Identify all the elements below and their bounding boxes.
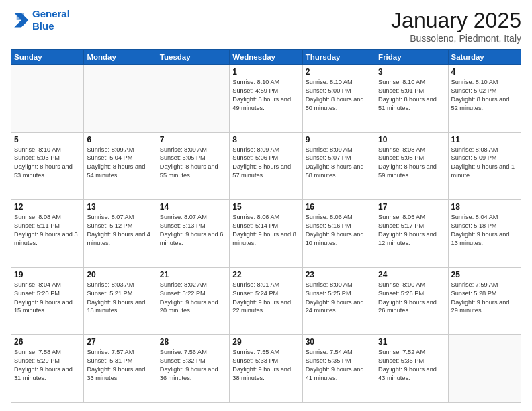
calendar-cell: 6Sunrise: 8:09 AM Sunset: 5:04 PM Daylig… — [84, 132, 157, 200]
day-number: 4 — [451, 67, 518, 77]
day-info: Sunrise: 8:09 AM Sunset: 5:07 PM Dayligh… — [306, 146, 372, 181]
calendar-cell: 26Sunrise: 7:58 AM Sunset: 5:29 PM Dayli… — [11, 335, 84, 403]
day-number: 17 — [378, 202, 445, 212]
day-header-monday: Monday — [84, 50, 157, 65]
calendar-cell: 18Sunrise: 8:04 AM Sunset: 5:18 PM Dayli… — [448, 200, 521, 268]
day-info: Sunrise: 8:10 AM Sunset: 4:59 PM Dayligh… — [232, 78, 299, 113]
calendar-cell: 30Sunrise: 7:54 AM Sunset: 5:35 PM Dayli… — [302, 335, 375, 403]
day-number: 14 — [160, 202, 226, 212]
day-info: Sunrise: 8:10 AM Sunset: 5:03 PM Dayligh… — [14, 146, 81, 181]
day-number: 27 — [87, 337, 153, 347]
day-number: 13 — [87, 202, 153, 212]
calendar-cell: 23Sunrise: 8:00 AM Sunset: 5:25 PM Dayli… — [302, 267, 375, 335]
day-info: Sunrise: 7:57 AM Sunset: 5:31 PM Dayligh… — [87, 348, 153, 383]
calendar-cell: 14Sunrise: 8:07 AM Sunset: 5:13 PM Dayli… — [157, 200, 229, 268]
day-number: 6 — [87, 135, 153, 144]
day-header-tuesday: Tuesday — [157, 50, 229, 65]
calendar-week-3: 19Sunrise: 8:04 AM Sunset: 5:20 PM Dayli… — [11, 267, 521, 335]
day-info: Sunrise: 8:09 AM Sunset: 5:05 PM Dayligh… — [160, 146, 226, 181]
day-number: 30 — [306, 337, 372, 347]
day-number: 31 — [378, 337, 445, 347]
day-number: 20 — [87, 270, 153, 279]
day-number: 15 — [232, 202, 299, 212]
day-header-sunday: Sunday — [11, 50, 84, 65]
day-info: Sunrise: 7:58 AM Sunset: 5:29 PM Dayligh… — [14, 348, 81, 383]
day-info: Sunrise: 7:56 AM Sunset: 5:32 PM Dayligh… — [160, 348, 226, 383]
day-number: 26 — [14, 337, 81, 347]
day-number: 5 — [14, 135, 81, 144]
logo-icon — [11, 11, 30, 30]
day-header-friday: Friday — [375, 50, 448, 65]
calendar-cell: 5Sunrise: 8:10 AM Sunset: 5:03 PM Daylig… — [11, 132, 84, 200]
calendar-cell: 16Sunrise: 8:06 AM Sunset: 5:16 PM Dayli… — [302, 200, 375, 268]
day-info: Sunrise: 8:06 AM Sunset: 5:16 PM Dayligh… — [306, 213, 372, 248]
day-info: Sunrise: 8:08 AM Sunset: 5:11 PM Dayligh… — [14, 213, 81, 248]
calendar-header-row: SundayMondayTuesdayWednesdayThursdayFrid… — [11, 50, 521, 65]
calendar-week-0: 1Sunrise: 8:10 AM Sunset: 4:59 PM Daylig… — [11, 65, 521, 133]
day-header-thursday: Thursday — [302, 50, 375, 65]
title-section: January 2025 Bussoleno, Piedmont, Italy — [391, 8, 521, 44]
calendar-cell: 8Sunrise: 8:09 AM Sunset: 5:06 PM Daylig… — [230, 132, 302, 200]
calendar-cell: 10Sunrise: 8:08 AM Sunset: 5:08 PM Dayli… — [375, 132, 448, 200]
day-info: Sunrise: 8:08 AM Sunset: 5:09 PM Dayligh… — [451, 146, 518, 181]
day-info: Sunrise: 8:05 AM Sunset: 5:17 PM Dayligh… — [378, 213, 445, 248]
calendar-cell — [84, 65, 157, 133]
calendar-cell: 31Sunrise: 7:52 AM Sunset: 5:36 PM Dayli… — [375, 335, 448, 403]
calendar-cell: 19Sunrise: 8:04 AM Sunset: 5:20 PM Dayli… — [11, 267, 84, 335]
day-number: 3 — [378, 67, 445, 77]
month-title: January 2025 — [391, 8, 521, 33]
calendar-cell: 15Sunrise: 8:06 AM Sunset: 5:14 PM Dayli… — [230, 200, 302, 268]
day-info: Sunrise: 8:10 AM Sunset: 5:00 PM Dayligh… — [306, 78, 372, 113]
svg-marker-1 — [17, 13, 24, 21]
calendar-cell: 4Sunrise: 8:10 AM Sunset: 5:02 PM Daylig… — [448, 65, 521, 133]
day-info: Sunrise: 8:00 AM Sunset: 5:25 PM Dayligh… — [306, 281, 372, 316]
day-number: 1 — [232, 67, 299, 77]
day-info: Sunrise: 8:00 AM Sunset: 5:26 PM Dayligh… — [378, 281, 445, 316]
day-number: 9 — [306, 135, 372, 144]
day-number: 16 — [306, 202, 372, 212]
page: General Blue January 2025 Bussoleno, Pie… — [0, 0, 532, 411]
calendar-cell: 25Sunrise: 7:59 AM Sunset: 5:28 PM Dayli… — [448, 267, 521, 335]
calendar-cell: 2Sunrise: 8:10 AM Sunset: 5:00 PM Daylig… — [302, 65, 375, 133]
calendar-cell: 9Sunrise: 8:09 AM Sunset: 5:07 PM Daylig… — [302, 132, 375, 200]
day-number: 21 — [160, 270, 226, 279]
location-subtitle: Bussoleno, Piedmont, Italy — [391, 33, 521, 44]
calendar-week-4: 26Sunrise: 7:58 AM Sunset: 5:29 PM Dayli… — [11, 335, 521, 403]
calendar-cell — [157, 65, 229, 133]
day-number: 22 — [232, 270, 299, 279]
calendar-cell: 17Sunrise: 8:05 AM Sunset: 5:17 PM Dayli… — [375, 200, 448, 268]
calendar-cell: 20Sunrise: 8:03 AM Sunset: 5:21 PM Dayli… — [84, 267, 157, 335]
calendar-cell: 24Sunrise: 8:00 AM Sunset: 5:26 PM Dayli… — [375, 267, 448, 335]
calendar-table: SundayMondayTuesdayWednesdayThursdayFrid… — [11, 49, 521, 403]
day-number: 29 — [232, 337, 299, 347]
day-info: Sunrise: 8:01 AM Sunset: 5:24 PM Dayligh… — [232, 281, 299, 316]
logo: General Blue — [11, 8, 70, 32]
day-info: Sunrise: 8:04 AM Sunset: 5:20 PM Dayligh… — [14, 281, 81, 316]
day-info: Sunrise: 8:09 AM Sunset: 5:04 PM Dayligh… — [87, 146, 153, 181]
day-info: Sunrise: 8:02 AM Sunset: 5:22 PM Dayligh… — [160, 281, 226, 316]
day-number: 11 — [451, 135, 518, 144]
day-number: 8 — [232, 135, 299, 144]
day-number: 12 — [14, 202, 81, 212]
day-info: Sunrise: 8:06 AM Sunset: 5:14 PM Dayligh… — [232, 213, 299, 248]
calendar-cell: 11Sunrise: 8:08 AM Sunset: 5:09 PM Dayli… — [448, 132, 521, 200]
header: General Blue January 2025 Bussoleno, Pie… — [11, 8, 521, 44]
calendar-cell — [11, 65, 84, 133]
calendar-cell: 3Sunrise: 8:10 AM Sunset: 5:01 PM Daylig… — [375, 65, 448, 133]
day-header-saturday: Saturday — [448, 50, 521, 65]
calendar-cell: 29Sunrise: 7:55 AM Sunset: 5:33 PM Dayli… — [230, 335, 302, 403]
day-info: Sunrise: 8:10 AM Sunset: 5:02 PM Dayligh… — [451, 78, 518, 113]
calendar-week-1: 5Sunrise: 8:10 AM Sunset: 5:03 PM Daylig… — [11, 132, 521, 200]
day-info: Sunrise: 7:55 AM Sunset: 5:33 PM Dayligh… — [232, 348, 299, 383]
day-info: Sunrise: 7:59 AM Sunset: 5:28 PM Dayligh… — [451, 281, 518, 316]
day-number: 19 — [14, 270, 81, 279]
day-info: Sunrise: 8:04 AM Sunset: 5:18 PM Dayligh… — [451, 213, 518, 248]
day-info: Sunrise: 8:03 AM Sunset: 5:21 PM Dayligh… — [87, 281, 153, 316]
day-info: Sunrise: 7:54 AM Sunset: 5:35 PM Dayligh… — [306, 348, 372, 383]
logo-line1: General — [32, 8, 70, 19]
calendar-cell: 7Sunrise: 8:09 AM Sunset: 5:05 PM Daylig… — [157, 132, 229, 200]
calendar-week-2: 12Sunrise: 8:08 AM Sunset: 5:11 PM Dayli… — [11, 200, 521, 268]
day-info: Sunrise: 7:52 AM Sunset: 5:36 PM Dayligh… — [378, 348, 445, 383]
calendar-cell: 1Sunrise: 8:10 AM Sunset: 4:59 PM Daylig… — [230, 65, 302, 133]
day-number: 18 — [451, 202, 518, 212]
